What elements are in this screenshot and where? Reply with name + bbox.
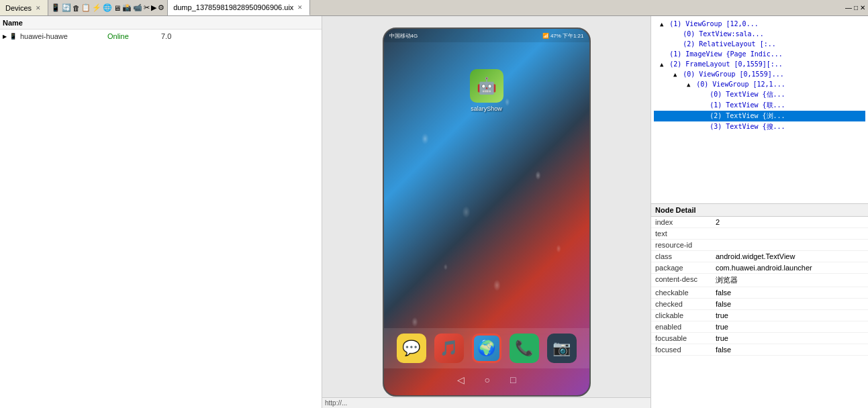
nav-recents[interactable]: □ [510,374,516,385]
detail-key: resource-id [651,240,712,251]
detail-value: false [712,299,868,310]
device-version: 7.0 [161,32,171,40]
nav-home[interactable]: ○ [485,374,490,385]
expand-9 [699,113,706,119]
node-label-1: (0) TextView:sala... [683,30,763,38]
url-text: http://... [325,399,347,407]
phone-nav: ◁ ○ □ [384,370,589,390]
phone-panel: 中国移动4G 📶 47% 下午1:21 🤖 salaryShow [322,16,651,408]
node-detail-title: Node Detail [651,204,868,217]
tree-node-4[interactable]: ▲ (2) FrameLayout [0,1559][:.. [654,59,865,69]
expand-icon: ▶ [3,34,7,40]
expand-3 [659,51,665,58]
device-row[interactable]: ▶ 📱 huawei-huawe Online 7.0 [0,30,322,43]
phone-frame: 中国移动4G 📶 47% 下午1:21 🤖 salaryShow [383,28,591,397]
tree-node-6[interactable]: ▲ (0) ViewGroup [12,1... [654,79,865,89]
icon-network[interactable]: 🌐 [103,3,112,12]
detail-value [712,240,868,251]
dock-phone[interactable]: 📞 [510,334,539,363]
bottom-url: http://... [322,397,650,408]
time-text: 下午1:21 [563,32,584,40]
icon-refresh[interactable]: 🔄 [62,3,71,12]
detail-value: 浏览器 [712,274,868,287]
detail-row: resource-id [651,240,868,251]
tab-dump-label: dump_137859819828950906906.uix [173,3,293,11]
detail-key: clickable [651,310,712,321]
detail-row: clickabletrue [651,310,868,321]
node-label-7: (0) TextView {信... [710,91,785,98]
expand-4: ▲ [659,61,665,68]
detail-key: focusable [651,333,712,344]
detail-value: com.huawei.android.launcher [712,262,868,274]
tree-view[interactable]: ▲ (1) ViewGroup [12,0... (0) TextView:sa… [651,16,868,204]
carrier-text: 中国移动4G [389,32,418,40]
dock-messages[interactable]: 💬 [397,334,426,363]
tree-node-9[interactable]: (2) TextView {浏... [654,111,865,121]
detail-value: true [712,321,868,333]
expand-7 [699,91,706,98]
expand-8 [699,102,706,109]
right-panel: ▲ (1) ViewGroup [12,0... (0) TextView:sa… [651,16,868,408]
tree-node-0[interactable]: ▲ (1) ViewGroup [12,0... [654,19,865,29]
app-icon-emoji: 🤖 [477,76,497,95]
main-container: Name ▶ 📱 huawei-huawe Online 7.0 中国移动4G … [0,16,868,408]
col-name-header: Name [3,19,110,27]
tab-devices-close[interactable]: ✕ [34,4,42,12]
detail-key: text [651,228,712,240]
dock-browser[interactable]: 🌍 [472,334,501,363]
expand-6: ▲ [685,81,692,88]
node-label-8: (1) TextView {联... [710,101,785,109]
detail-value: false [712,344,868,356]
detail-row: enabledtrue [651,321,868,333]
tab-devices[interactable]: Devices ✕ [0,0,48,15]
column-header: Name [0,16,322,30]
icon-screen[interactable]: 🖥 [113,4,121,12]
status-right: 📶 47% 下午1:21 [542,32,584,40]
icon-scissor[interactable]: ✂ [144,3,150,12]
nav-back[interactable]: ◁ [457,374,465,385]
app-icon[interactable]: 🤖 [470,69,503,103]
detail-key: class [651,251,712,262]
detail-row: checkablefalse [651,287,868,299]
tree-node-7[interactable]: (0) TextView {信... [654,89,865,100]
expand-1 [672,31,679,38]
tree-node-2[interactable]: (2) RelativeLayout [:.. [654,39,865,49]
window-maximize[interactable]: □ [854,4,858,11]
icon-screenshot[interactable]: 📸 [122,3,132,12]
node-label-5: (0) ViewGroup [0,1559]... [683,70,784,78]
tree-node-3[interactable]: (1) ImageView {Page Indic... [654,49,865,59]
tab-dump-close[interactable]: ✕ [296,3,304,11]
dock-qqmusic[interactable]: 🎵 [434,334,464,363]
icon-lightning[interactable]: ⚡ [92,3,101,12]
node-label-9: (2) TextView {浏... [710,112,785,119]
icon-record[interactable]: 📹 [133,3,142,12]
expand-5: ▲ [672,71,679,78]
app-label: salaryShow [471,105,502,112]
node-label-10: (3) TextView {搜... [710,123,785,130]
node-label-3: (1) ImageView {Page Indic... [669,50,783,58]
phone-screen: 中国移动4G 📶 47% 下午1:21 🤖 salaryShow [384,29,589,395]
icon-copy[interactable]: 📋 [81,3,91,12]
icon-settings[interactable]: ⚙ [158,3,164,12]
icon-play[interactable]: ▶ [151,3,156,12]
tab-dump[interactable]: dump_137859819828950906906.uix ✕ [168,0,310,15]
tree-node-1[interactable]: (0) TextView:sala... [654,29,865,39]
detail-value: false [712,287,868,299]
devices-panel: Name ▶ 📱 huawei-huawe Online 7.0 [0,16,322,408]
device-name: huawei-huawe [20,32,107,40]
tree-node-8[interactable]: (1) TextView {联... [654,100,865,111]
wifi-icon: 📶 [542,33,549,39]
detail-key: checked [651,299,712,310]
node-label-6: (0) ViewGroup [12,1... [696,81,785,88]
icon-delete[interactable]: 🗑 [73,4,80,12]
expand-2 [672,41,679,48]
window-minimize[interactable]: — [845,4,852,11]
device-icon: 📱 [8,32,17,41]
window-close[interactable]: ✕ [860,4,865,11]
tab-bar: Devices ✕ 📱 🔄 🗑 📋 ⚡ 🌐 🖥 📸 📹 ✂ ▶ ⚙ dump_1… [0,0,868,16]
tree-node-10[interactable]: (3) TextView {搜... [654,121,865,132]
detail-row: classandroid.widget.TextView [651,251,868,262]
tree-node-5[interactable]: ▲ (0) ViewGroup [0,1559]... [654,69,865,79]
dock-camera[interactable]: 📷 [547,334,577,363]
detail-value: android.widget.TextView [712,251,868,262]
